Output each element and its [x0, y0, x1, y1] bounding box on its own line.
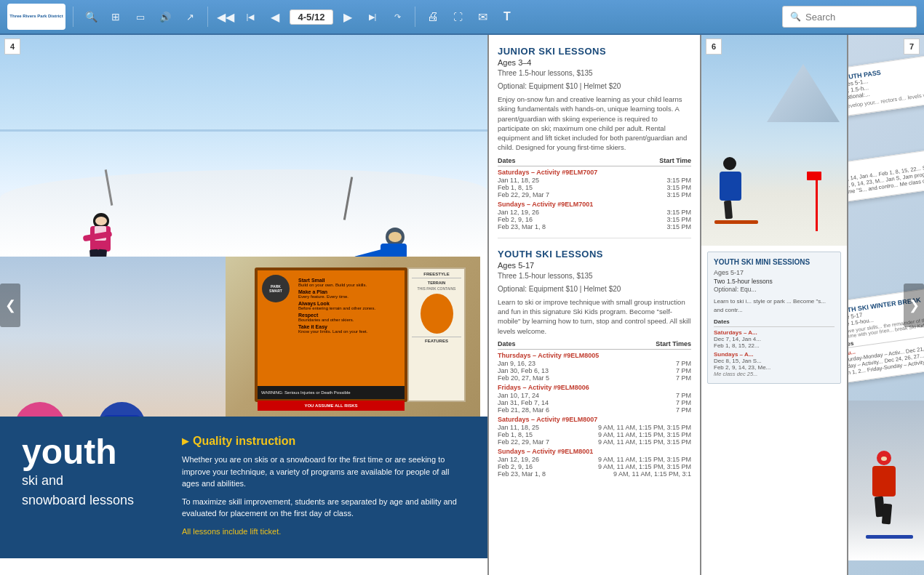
junior-title: JUNIOR SKI LESSONS	[498, 46, 691, 57]
junior-time-label: Start Time	[659, 157, 691, 164]
mini-session-optional: Optional: Equ...	[714, 286, 835, 294]
page4-subtitle: ski and	[22, 473, 167, 489]
prev-prev-button[interactable]: ◀◀	[215, 7, 236, 27]
text-button[interactable]: T	[497, 7, 517, 27]
page6-content: YOUTH SKI MINI SESSIONS Ages 5-17 Two 1.…	[701, 246, 847, 395]
page-6-number: 6	[706, 39, 722, 55]
youth-sat-row-1: Jan 11, 18, 259 AM, 11 AM, 1:15 PM, 3:15…	[498, 424, 691, 431]
next-next-button[interactable]: ↷	[387, 7, 407, 27]
junior-ages: Ages 3–4	[498, 58, 691, 67]
prev-button[interactable]: ◀	[265, 7, 285, 27]
sign-photo: PARKSMART Start Small Build on your own.…	[226, 257, 480, 417]
youth-thu-row-1: Jan 9, 16, 237 PM	[498, 360, 691, 367]
youth-sun-row-3: Feb 23, Mar 1, 89 AM, 11 AM, 1:15 PM, 3:…	[498, 470, 691, 478]
next-button[interactable]: ▶	[338, 7, 358, 27]
logo: Three Rivers Park District	[7, 4, 65, 30]
youth-dates-label: Dates	[498, 340, 516, 347]
prev-start-button[interactable]: |◀	[240, 7, 260, 27]
kids-photo: 24 ThreeRiv... ThreeRiv	[0, 257, 226, 417]
youth-thu-row-3: Feb 20, 27, Mar 57 PM	[498, 374, 691, 382]
left-arrow-icon: ❮	[5, 297, 16, 313]
fullscreen-button[interactable]: ⛶	[447, 7, 468, 27]
youth-fridays-label: Fridays – Activity #9ELM8006	[498, 384, 691, 391]
email-icon: ✉	[478, 10, 487, 24]
search-box[interactable]: 🔍	[782, 6, 917, 28]
page-4: 4	[0, 35, 487, 575]
junior-sun-row-2: Feb 2, 9, 163:15 PM	[498, 216, 691, 223]
youth-sun-row-1: Jan 12, 19, 269 AM, 11 AM, 1:15 PM, 3:15…	[498, 456, 691, 463]
page4-blue-section: youth ski and snowboard lessons Quality …	[0, 417, 487, 558]
youth-pass-strip: YOUTH PASS Ages 5-1... Six 1.5-h... Opti…	[848, 45, 924, 118]
junior-optional: Optional: Equipment $10 | Helmet $20	[498, 81, 691, 92]
page6-photo	[701, 35, 847, 246]
toolbar-separator-2	[207, 7, 208, 27]
mini-sat-date2: Feb 1, 8, 15, 22...	[714, 342, 835, 349]
youth-sat-row-3: Feb 22, 29, Mar 79 AM, 11 AM, 1:15 PM, 3…	[498, 438, 691, 446]
grid-view-button[interactable]: ⊞	[105, 7, 126, 27]
next-end-button[interactable]: ▶|	[362, 7, 383, 27]
mini-sun-date1: Dec 8, 15, Jan S...	[714, 358, 835, 364]
page4-bottom-photos: 24 ThreeRiv... ThreeRiv	[0, 257, 487, 417]
youth-sat-row-2: Feb 1, 8, 159 AM, 11 AM, 1:15 PM, 3:15 P…	[498, 431, 691, 438]
page4-main-title: youth	[22, 435, 167, 470]
junior-sun-row-3: Feb 23, Mar 1, 83:15 PM	[498, 223, 691, 230]
next-next-icon: ↷	[394, 12, 401, 22]
mini-session-box: YOUTH SKI MINI SESSIONS Ages 5-17 Two 1.…	[707, 252, 841, 384]
mini-session-title: YOUTH SKI MINI SESSIONS	[714, 258, 835, 266]
mini-sat-label: Saturdays – A...	[714, 329, 835, 336]
mini-class-note: Me class dec 25...	[714, 371, 835, 377]
main-content: ❮ 4	[0, 35, 924, 575]
mini-sat-date1: Dec 7, 14, Jan 4...	[714, 336, 835, 342]
fullscreen-icon: ⛶	[453, 12, 463, 23]
youth-thursdays-label: Thursdays – Activity #9ELM8005	[498, 352, 691, 359]
share-button[interactable]: ↗	[180, 7, 200, 27]
junior-sat-row-2: Feb 1, 8, 153:15 PM	[498, 184, 691, 191]
zoom-in-icon: 🔍	[85, 11, 97, 23]
pages-container: 4	[0, 35, 924, 575]
search-input[interactable]	[805, 12, 909, 23]
youth-saturdays-label: Saturdays – Activity #9ELM8007	[498, 416, 691, 423]
youth-times-label: Start Times	[656, 340, 691, 347]
email-button[interactable]: ✉	[472, 7, 493, 27]
mini-session-ages: Ages 5-17	[714, 268, 835, 278]
next-end-icon: ▶|	[369, 12, 377, 22]
volume-icon: 🔊	[159, 12, 171, 23]
toolbar: Three Rivers Park District 🔍 ⊞ ▭ 🔊 ↗ ◀◀ …	[0, 0, 924, 35]
youth-schedule-header: Dates Start Times	[498, 340, 691, 350]
page-4-number: 4	[4, 39, 20, 55]
share-icon: ↗	[186, 12, 194, 23]
page4-subtitle2: snowboard lessons	[22, 492, 167, 509]
page-5: JUNIOR SKI LESSONS Ages 3–4 Three 1.5-ho…	[489, 35, 700, 575]
zoom-in-button[interactable]: 🔍	[81, 7, 101, 27]
toolbar-separator-3	[415, 7, 415, 27]
all-lessons-note: All lessons include lift ticket.	[182, 526, 466, 538]
logo-title: Three Rivers Park District	[9, 14, 63, 19]
prev-start-icon: |◀	[247, 12, 255, 22]
page-7-number: 7	[904, 39, 920, 55]
next-page-arrow[interactable]: ❯	[904, 284, 924, 327]
youth-sun-row-2: Feb 2, 9, 169 AM, 11 AM, 1:15 PM, 3:15 P…	[498, 463, 691, 470]
print-icon: 🖨	[427, 10, 439, 23]
junior-sundays-label: Sundays – Activity #9ELM7001	[498, 201, 691, 208]
youth-optional: Optional: Equipment $10 | Helmet $20	[498, 284, 691, 294]
page4-title: youth ski and snowboard lessons	[22, 435, 167, 510]
junior-sat-row-3: Feb 22, 29, Mar 73:15 PM	[498, 191, 691, 198]
volume-button[interactable]: 🔊	[155, 7, 175, 27]
youth-sundays-label: Sundays – Activity #9ELM8001	[498, 448, 691, 455]
prev-page-arrow[interactable]: ❮	[0, 284, 20, 327]
print-button[interactable]: 🖨	[423, 7, 443, 27]
quality-p1: Whether you are on skis or a snowboard f…	[182, 454, 466, 490]
youth-desc: Learn to ski or improve technique with s…	[498, 297, 691, 336]
youth-price: Three 1.5-hour lessons, $135	[498, 271, 691, 281]
page-6: 6	[701, 35, 847, 575]
youth-fri-row-2: Jan 31, Feb 7, 147 PM	[498, 399, 691, 406]
youth-fri-row-3: Feb 21, 28, Mar 67 PM	[498, 406, 691, 414]
mini-sun-label: Sundays – A...	[714, 351, 835, 358]
grid-icon: ⊞	[111, 11, 120, 23]
junior-schedule-header: Dates Start Time	[498, 157, 691, 166]
mini-session-detail: Two 1.5-hour lessons	[714, 278, 835, 286]
toolbar-separator	[73, 7, 73, 27]
single-page-button[interactable]: ▭	[130, 7, 151, 27]
junior-dates-label: Dates	[498, 157, 516, 164]
prev-prev-icon: ◀◀	[217, 10, 234, 24]
